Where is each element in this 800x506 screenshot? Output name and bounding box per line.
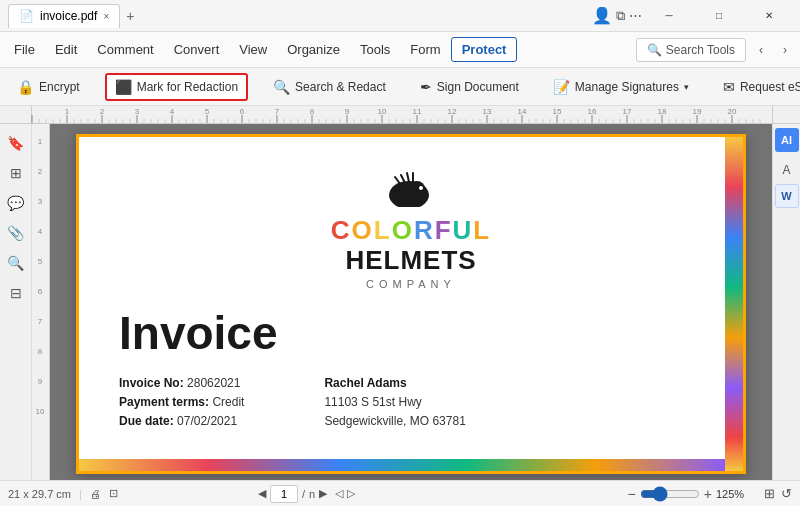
sign-document-label: Sign Document [437,80,519,94]
search-tools-label: Search Tools [666,43,735,57]
word-icon[interactable]: W [775,184,799,208]
menu-tools[interactable]: Tools [350,38,400,61]
menu-view[interactable]: View [229,38,277,61]
svg-text:1: 1 [65,107,70,116]
esign-icon: ✉ [723,79,735,95]
close-tab-button[interactable]: × [103,11,109,22]
due-date-label: Due date: [119,414,174,428]
attachment-icon[interactable]: 📎 [5,222,27,244]
status-right-icons: ⊞ ↺ [764,486,792,501]
forward-arrow[interactable]: › [774,39,796,61]
logo-helmets-text: HELMETS [345,245,476,276]
svg-text:3: 3 [38,197,43,206]
svg-text:4: 4 [38,227,43,236]
tab-title: invoice.pdf [40,9,97,23]
manage-signatures-button[interactable]: 📝 Manage Signatures ▾ [544,74,698,100]
toolbar: 🔒 Encrypt ⬛ Mark for Redaction 🔍 Search … [0,68,800,106]
zoom-slider[interactable] [640,486,700,502]
svg-text:4: 4 [170,107,175,116]
minimize-button[interactable]: ─ [646,0,692,32]
svg-text:9: 9 [38,377,43,386]
menu-protect[interactable]: Protect [451,37,518,62]
logo-area: COLORFUL HELMETS COMPANY [119,167,703,290]
search-redact-button[interactable]: 🔍 Search & Redact [264,74,395,100]
logo-company-text: COMPANY [366,278,456,290]
profile-icon[interactable]: 👤 [592,6,612,25]
company-logo-icon [381,167,441,210]
mark-redaction-label: Mark for Redaction [137,80,238,94]
scan-icon[interactable]: ⊡ [109,487,118,500]
search-left-icon[interactable]: 🔍 [5,252,27,274]
ai-assist-icon[interactable]: AI [775,128,799,152]
customer-address-1: 11103 S 51st Hwy [324,393,465,412]
due-date-value: 07/02/2021 [177,414,237,428]
menu-convert[interactable]: Convert [164,38,230,61]
logo-colorful-text: COLORFUL [331,216,491,245]
prev-page-icon[interactable]: ◀ [258,487,266,500]
fit-page-icon[interactable]: ↺ [781,486,792,501]
request-esign-button[interactable]: ✉ Request eSign [714,74,800,100]
accessibility-icon[interactable]: A [775,158,799,182]
maximize-button[interactable]: □ [696,0,742,32]
svg-rect-126 [32,124,49,480]
page-nav-arrow-r[interactable]: ▷ [347,487,355,500]
nav-arrows: ‹ › [750,39,796,61]
svg-text:2: 2 [38,167,43,176]
bookmark-icon[interactable]: 🔖 [5,132,27,154]
title-bar: 📄 invoice.pdf × + 👤 ⧉ ⋯ ─ □ ✕ [0,0,800,32]
svg-text:14: 14 [518,107,527,116]
canvas-area: AI [50,124,772,480]
page-navigation: ◀ 1 / n ▶ ◁ ▷ [258,485,355,503]
close-button[interactable]: ✕ [746,0,792,32]
next-page-icon[interactable]: ▶ [319,487,327,500]
customer-name: Rachel Adams [324,376,406,390]
sign-document-button[interactable]: ✒ Sign Document [411,74,528,100]
status-separator-1: | [79,488,82,500]
menu-file[interactable]: File [4,38,45,61]
zoom-in-icon[interactable]: + [704,486,712,502]
svg-text:19: 19 [693,107,702,116]
dropdown-chevron-icon: ▾ [684,82,689,92]
page-number-input[interactable]: 1 [270,485,298,503]
svg-text:12: 12 [448,107,457,116]
search-tools-button[interactable]: 🔍 Search Tools [636,38,746,62]
customer-address-2: Sedgewickville, MO 63781 [324,412,465,431]
more-icon[interactable]: ⋯ [629,8,642,23]
svg-line-142 [407,173,409,182]
file-tab[interactable]: 📄 invoice.pdf × [8,4,120,28]
svg-text:10: 10 [36,407,45,416]
svg-text:8: 8 [38,347,43,356]
encrypt-button[interactable]: 🔒 Encrypt [8,74,89,100]
add-tab-button[interactable]: + [126,8,134,24]
back-arrow[interactable]: ‹ [750,39,772,61]
menu-bar: File Edit Comment Convert View Organize … [0,32,800,68]
svg-text:6: 6 [240,107,245,116]
invoice-no-value: 28062021 [187,376,240,390]
left-panel: 🔖 ⊞ 💬 📎 🔍 ⊟ [0,124,32,480]
svg-text:9: 9 [345,107,350,116]
thumbnail-icon[interactable]: ⊞ [5,162,27,184]
svg-text:18: 18 [658,107,667,116]
invoice-right-details: Rachel Adams 11103 S 51st Hwy Sedgewickv… [324,374,465,432]
zoom-out-icon[interactable]: − [628,486,636,502]
right-side-panel: AI A W [772,124,800,480]
svg-text:11: 11 [413,107,422,116]
svg-text:7: 7 [38,317,43,326]
comment-icon[interactable]: 💬 [5,192,27,214]
expand-icon[interactable]: ⧉ [616,8,625,24]
menu-organize[interactable]: Organize [277,38,350,61]
layers-icon[interactable]: ⊟ [5,282,27,304]
svg-text:6: 6 [38,287,43,296]
mark-redaction-button[interactable]: ⬛ Mark for Redaction [105,73,248,101]
svg-text:17: 17 [623,107,632,116]
svg-text:5: 5 [205,107,210,116]
zoom-percentage: 125% [716,488,748,500]
page-nav-arrow-l[interactable]: ◁ [335,487,343,500]
menu-edit[interactable]: Edit [45,38,87,61]
ruler: 1234567891011121314151617181920 [0,106,800,124]
fit-width-icon[interactable]: ⊞ [764,486,775,501]
svg-text:7: 7 [275,107,280,116]
menu-form[interactable]: Form [400,38,450,61]
menu-comment[interactable]: Comment [87,38,163,61]
print-icon[interactable]: 🖨 [90,488,101,500]
